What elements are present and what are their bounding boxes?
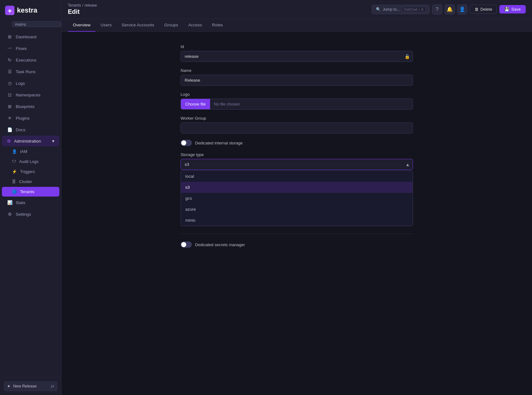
- logo-field-group: Logo Choose file No file chosen: [181, 92, 413, 110]
- new-release-label: New Release: [13, 384, 36, 388]
- sidebar-item-label: Flows: [16, 46, 27, 51]
- staging-badge: staging: [12, 21, 61, 27]
- dedicated-secrets-toggle[interactable]: [181, 241, 192, 248]
- save-icon: 💾: [504, 7, 509, 12]
- administration-label: Administration: [14, 139, 41, 143]
- sidebar-item-executions[interactable]: ↻ Executions: [2, 54, 59, 66]
- form-container: Id 🔒 Name Logo Choose file No file chose…: [181, 44, 413, 382]
- breadcrumb-parent[interactable]: Tenants: [68, 3, 81, 8]
- tab-users[interactable]: Users: [95, 19, 117, 32]
- dedicated-storage-label: Dedicated internal storage: [195, 141, 243, 145]
- sidebar-item-label: Settings: [16, 212, 31, 217]
- name-input[interactable]: [181, 75, 413, 86]
- notifications-button[interactable]: 🔔: [445, 4, 455, 14]
- sub-item-label: Cluster: [19, 179, 32, 184]
- dedicated-storage-row: Dedicated internal storage: [181, 140, 413, 146]
- sidebar-item-label: Logs: [16, 81, 25, 86]
- worker-group-input[interactable]: [181, 122, 413, 133]
- breadcrumb-section: Tenants / release Edit: [68, 3, 368, 15]
- settings-icon: ⚙: [7, 211, 13, 217]
- delete-button[interactable]: 🗑 Delete: [470, 5, 497, 14]
- sidebar-item-tenants[interactable]: 🔵 Tenants: [2, 187, 59, 197]
- sidebar-item-administration[interactable]: ⚙ Administration ▾: [2, 136, 59, 146]
- sidebar-item-cluster[interactable]: 🗄 Cluster: [2, 177, 59, 187]
- administration-chevron-icon: ▾: [52, 138, 54, 143]
- section-divider: [181, 234, 413, 234]
- sidebar-bottom: ✦ New Release ⇄: [0, 377, 61, 395]
- breadcrumb-current: release: [84, 3, 97, 8]
- tab-service-accounts[interactable]: Service Accounts: [117, 19, 160, 32]
- storage-option-gcs[interactable]: gcs: [181, 193, 413, 204]
- sidebar-item-plugins[interactable]: ✳ Plugins: [2, 112, 59, 124]
- dedicated-secrets-label: Dedicated secrets manager: [195, 242, 245, 247]
- sparkle-icon: ✦: [7, 384, 11, 389]
- id-label: Id: [181, 44, 413, 49]
- sidebar-item-settings[interactable]: ⚙ Settings: [2, 208, 59, 220]
- choose-file-button[interactable]: Choose file: [181, 99, 210, 109]
- help-button[interactable]: ?: [432, 4, 442, 14]
- worker-group-label: Worker Group: [181, 116, 413, 121]
- sub-item-label: Audit Logs: [19, 159, 38, 164]
- id-field-group: Id 🔒: [181, 44, 413, 62]
- sidebar-item-dashboard[interactable]: ⊞ Dashboard: [2, 31, 59, 42]
- name-field-group: Name: [181, 68, 413, 86]
- sidebar-item-namespaces[interactable]: ⊡ Namespaces: [2, 89, 59, 100]
- user-profile-button[interactable]: 👤: [457, 4, 467, 14]
- executions-icon: ↻: [7, 57, 13, 63]
- save-label: Save: [511, 7, 521, 12]
- cluster-icon: 🗄: [12, 179, 16, 184]
- save-button[interactable]: 💾 Save: [499, 5, 526, 14]
- storage-type-select[interactable]: s3: [181, 159, 413, 170]
- sidebar-item-iam[interactable]: 👤 IAM: [2, 147, 59, 156]
- jump-to-shortcut: Ctrl/Cmd + K: [402, 7, 426, 12]
- sidebar-item-flows[interactable]: 〰 Flows: [2, 43, 59, 54]
- delete-label: Delete: [480, 7, 492, 12]
- tab-groups[interactable]: Groups: [159, 19, 183, 32]
- storage-type-section: Storage type s3 ▲ local s3 gc: [181, 152, 413, 226]
- trash-icon: 🗑: [475, 7, 479, 12]
- page-title: Edit: [68, 8, 368, 15]
- content-area: Id 🔒 Name Logo Choose file No file chose…: [62, 32, 532, 395]
- dedicated-secrets-row: Dedicated secrets manager: [181, 241, 413, 248]
- id-input-wrapper: 🔒: [181, 51, 413, 62]
- jump-to-button[interactable]: 🔍 Jump to... Ctrl/Cmd + K: [372, 5, 430, 14]
- namespaces-icon: ⊡: [7, 92, 13, 98]
- topbar-actions: 🔍 Jump to... Ctrl/Cmd + K ? 🔔 👤 🗑 Delete…: [372, 4, 526, 14]
- sidebar-item-label: Blueprints: [16, 104, 35, 109]
- lock-icon: 🔒: [404, 54, 410, 59]
- no-file-text: No file chosen: [210, 99, 243, 109]
- new-release-bar[interactable]: ✦ New Release ⇄: [4, 381, 57, 391]
- storage-type-value: s3: [185, 162, 189, 167]
- iam-icon: 👤: [12, 149, 17, 154]
- sidebar-item-stats[interactable]: 📊 Stats: [2, 197, 59, 208]
- task-runs-icon: ☰: [7, 69, 13, 74]
- storage-option-minio[interactable]: minio: [181, 215, 413, 226]
- logs-icon: ◷: [7, 80, 13, 86]
- dedicated-storage-toggle[interactable]: [181, 140, 192, 146]
- storage-option-s3[interactable]: s3: [181, 182, 413, 193]
- id-input[interactable]: [181, 51, 413, 62]
- sidebar-item-blueprints[interactable]: ⊞ Blueprints: [2, 101, 59, 112]
- storage-type-menu: local s3 gcs azure minio: [181, 170, 413, 226]
- stats-icon: 📊: [7, 200, 13, 205]
- sidebar-item-logs[interactable]: ◷ Logs: [2, 78, 59, 89]
- sidebar-item-label: Dashboard: [16, 35, 36, 39]
- name-label: Name: [181, 68, 413, 73]
- worker-group-field-group: Worker Group: [181, 116, 413, 133]
- logo-upload-control: Choose file No file chosen: [181, 99, 413, 110]
- tab-access[interactable]: Access: [183, 19, 207, 32]
- sidebar-item-audit-logs[interactable]: 🛡 Audit Logs: [2, 157, 59, 166]
- topbar: Tenants / release Edit 🔍 Jump to... Ctrl…: [62, 0, 532, 19]
- tab-overview[interactable]: Overview: [68, 19, 95, 32]
- tab-roles[interactable]: Roles: [207, 19, 228, 32]
- sidebar-item-task-runs[interactable]: ☰ Task Runs: [2, 66, 59, 77]
- sidebar-item-triggers[interactable]: ⚡ Triggers: [2, 167, 59, 176]
- sidebar-item-label: Executions: [16, 58, 36, 62]
- storage-option-azure[interactable]: azure: [181, 204, 413, 215]
- blueprints-icon: ⊞: [7, 104, 13, 109]
- storage-type-label: Storage type: [181, 152, 413, 157]
- logo-icon: ◈: [5, 6, 14, 15]
- sidebar-item-docs[interactable]: 📄 Docs: [2, 124, 59, 135]
- sidebar-item-label: Docs: [16, 127, 25, 132]
- storage-option-local[interactable]: local: [181, 171, 413, 182]
